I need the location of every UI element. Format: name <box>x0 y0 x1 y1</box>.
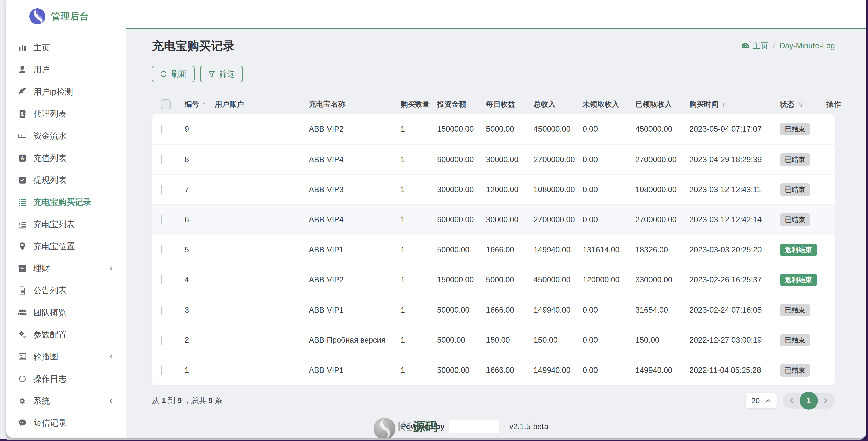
column-header-label: 已领取收入 <box>636 99 672 109</box>
breadcrumb-current: Day-Minute-Log <box>779 41 835 50</box>
column-header-label: 编号 <box>185 99 199 109</box>
row-checkbox-cell <box>152 215 185 224</box>
brand[interactable]: 管理后台 <box>6 0 126 26</box>
cell-time: 2023-03-12 12:43:11 <box>689 185 780 194</box>
cell-daily: 5000.00 <box>486 125 534 134</box>
column-filter-icon[interactable] <box>798 101 804 108</box>
sidebar-item[interactable]: 资金流水 <box>6 125 126 147</box>
sidebar-item[interactable]: 团队概览 <box>6 302 126 324</box>
cell-unclaimed: 0.00 <box>583 155 636 164</box>
cell-total: 1080000.00 <box>534 185 583 194</box>
column-header[interactable]: 购买时间↑ <box>689 99 780 109</box>
sidebar: 管理后台 主页用户用户ip检测代理列表资金流水A充值列表提现列表充电宝购买记录充… <box>6 0 126 438</box>
cell-status: 已结束 <box>780 334 826 346</box>
status-badge: 已结束 <box>780 334 810 346</box>
cell-claimed: 150.00 <box>636 336 689 345</box>
prev-page-button[interactable] <box>788 397 795 404</box>
next-page-button[interactable] <box>822 397 829 404</box>
sidebar-item-label: 轮播图 <box>33 351 58 363</box>
cell-total: 2700000.00 <box>534 155 583 164</box>
row-checkbox[interactable] <box>161 155 162 164</box>
cell-status: 已结束 <box>780 364 826 376</box>
sidebar-item[interactable]: 充电宝购买记录 <box>6 191 126 213</box>
main-area: 充电宝购买记录 主页 / Day-Minute-Log 刷新 <box>126 0 867 438</box>
sidebar-item[interactable]: 操作日志 <box>6 368 126 390</box>
cell-status: 已结束 <box>780 123 826 135</box>
table-row: 6ABB VIP41600000.0030000.002700000.000.0… <box>152 204 835 235</box>
sidebar-menu: 主页用户用户ip检测代理列表资金流水A充值列表提现列表充电宝购买记录充电宝列表充… <box>6 26 126 438</box>
cell-daily: 5000.00 <box>486 275 534 284</box>
column-header: 操作 <box>826 99 841 109</box>
table-foot: 从 1 到 9 ，总共 9 条 20 <box>152 393 835 409</box>
sidebar-item[interactable]: 充电宝列表 <box>6 213 126 235</box>
filter-button[interactable]: 筛选 <box>200 66 243 82</box>
cell-total: 450000.00 <box>534 275 583 284</box>
cell-status: 已结束 <box>780 183 826 196</box>
current-page-button[interactable]: 1 <box>800 392 818 410</box>
redacted-box <box>448 420 499 434</box>
row-checkbox[interactable] <box>161 215 162 224</box>
range-end: 9 <box>178 396 182 405</box>
sidebar-item[interactable]: 理财 <box>6 258 126 279</box>
select-all-cell <box>152 99 185 109</box>
range-info-text: 到 <box>168 396 175 405</box>
page-footer: K1源码 Powered by · v2.1.5-beta <box>114 413 797 438</box>
cell-total: 450000.00 <box>534 125 583 134</box>
cell-invest: 50000.00 <box>437 366 486 375</box>
cell-invest: 600000.00 <box>437 215 486 224</box>
cell-status: 返利结束 <box>780 244 826 256</box>
cell-id: 2 <box>185 336 215 345</box>
sidebar-item[interactable]: A充值列表 <box>6 147 126 169</box>
cell-claimed: 2700000.00 <box>636 215 689 224</box>
sidebar-item[interactable]: 轮播图 <box>6 346 126 368</box>
refresh-button[interactable]: 刷新 <box>152 66 195 82</box>
sidebar-item-label: 主页 <box>33 42 50 54</box>
sidebar-item[interactable]: 用户ip检测 <box>6 81 126 103</box>
sidebar-item[interactable]: 提现列表 <box>6 169 126 191</box>
sidebar-item[interactable]: 主页 <box>6 37 126 59</box>
sidebar-item[interactable]: 代理列表 <box>6 103 126 125</box>
row-checkbox[interactable] <box>161 125 162 134</box>
sidebar-item-label: 参数配置 <box>33 329 67 340</box>
cell-time: 2023-02-24 07:16:05 <box>689 306 780 314</box>
sidebar-item[interactable]: 参数配置 <box>6 324 126 346</box>
money-bill-icon <box>18 131 27 140</box>
select-all-checkbox[interactable] <box>161 99 171 109</box>
row-checkbox[interactable] <box>161 306 162 314</box>
breadcrumb-home-link[interactable]: 主页 <box>753 41 768 51</box>
refresh-label: 刷新 <box>171 69 187 79</box>
cell-claimed: 330000.00 <box>636 275 689 284</box>
row-checkbox[interactable] <box>161 336 162 345</box>
status-badge: 返利结束 <box>780 244 817 256</box>
column-header: 购买数量 <box>401 99 437 109</box>
range-start: 1 <box>161 396 166 405</box>
sidebar-item[interactable]: 充电宝位置 <box>6 235 126 258</box>
cell-name: ABB Пробная версия <box>309 336 401 345</box>
row-checkbox[interactable] <box>161 245 162 255</box>
powered-row: Powered by · v2.1.5-beta <box>363 420 548 434</box>
cell-invest: 150000.00 <box>437 275 486 284</box>
row-checkbox-cell <box>152 336 185 345</box>
column-header[interactable]: 状态 <box>780 99 826 109</box>
per-page-select[interactable]: 20 <box>746 393 777 408</box>
sort-ascending-icon: ↑ <box>202 100 206 109</box>
status-badge: 已结束 <box>780 364 810 376</box>
column-header[interactable]: 编号↑ <box>185 99 215 109</box>
sidebar-item[interactable]: 用户 <box>6 59 126 81</box>
sidebar-item[interactable]: 公告列表 <box>6 279 126 302</box>
sidebar-item-label: 资金流水 <box>33 130 67 142</box>
row-checkbox[interactable] <box>161 366 162 375</box>
sidebar-item-label: 公告列表 <box>33 285 67 296</box>
sidebar-item-label: 操作日志 <box>33 373 67 384</box>
sidebar-item[interactable]: 短信记录 <box>6 412 126 434</box>
table-row: 1ABB VIP1150000.001666.00149940.000.0014… <box>152 355 835 385</box>
row-checkbox[interactable] <box>161 185 162 194</box>
column-header: 用户账户 <box>215 99 309 109</box>
breadcrumb-separator: / <box>773 41 775 50</box>
sidebar-item-label: 代理列表 <box>33 108 67 120</box>
badge-a-icon: A <box>18 154 27 163</box>
row-checkbox[interactable] <box>161 275 162 284</box>
sidebar-item[interactable]: 系统 <box>6 390 126 412</box>
cell-unclaimed: 0.00 <box>583 336 636 345</box>
sidebar-item-label: 系统 <box>33 395 50 407</box>
